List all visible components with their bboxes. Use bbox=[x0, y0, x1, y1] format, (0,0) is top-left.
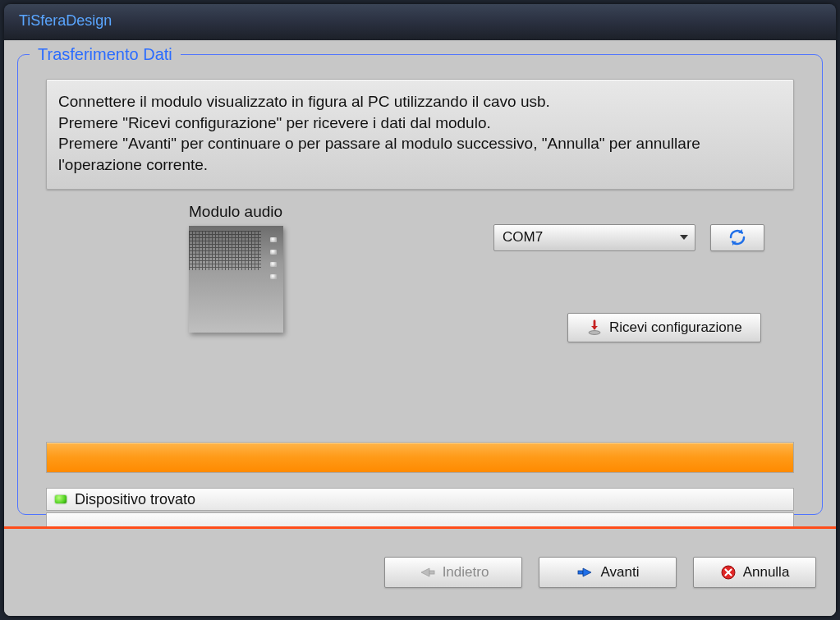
chevron-down-icon bbox=[680, 235, 688, 240]
status-text: Dispositivo trovato bbox=[75, 491, 195, 508]
svg-rect-1 bbox=[429, 571, 434, 574]
receive-row: Ricevi configurazione bbox=[567, 313, 761, 342]
receive-config-label: Ricevi configurazione bbox=[609, 319, 742, 336]
wizard-button-bar: Indietro Avanti Annulla bbox=[4, 529, 836, 616]
refresh-icon bbox=[728, 228, 747, 246]
back-label: Indietro bbox=[443, 564, 489, 581]
arrow-left-icon bbox=[418, 566, 436, 579]
status-led-icon bbox=[55, 495, 67, 503]
svg-rect-2 bbox=[578, 571, 583, 574]
port-row: COM7 bbox=[493, 224, 764, 251]
panel-legend: Trasferimento Dati bbox=[30, 45, 181, 64]
refresh-button[interactable] bbox=[710, 224, 764, 251]
arrow-right-icon bbox=[576, 566, 594, 579]
module-leds bbox=[270, 237, 277, 279]
com-port-value: COM7 bbox=[503, 229, 543, 246]
close-circle-icon bbox=[720, 564, 737, 581]
module-area: Modulo audio COM7 bbox=[46, 203, 794, 375]
client-area: Trasferimento Dati Connettere il modulo … bbox=[4, 40, 836, 616]
cancel-button[interactable]: Annulla bbox=[693, 557, 816, 588]
app-title: TiSferaDesign bbox=[19, 12, 112, 29]
back-button[interactable]: Indietro bbox=[384, 557, 522, 588]
download-icon bbox=[586, 319, 603, 336]
next-button[interactable]: Avanti bbox=[539, 557, 677, 588]
app-window: TiSferaDesign Trasferimento Dati Connett… bbox=[4, 4, 836, 616]
receive-config-button[interactable]: Ricevi configurazione bbox=[567, 313, 761, 342]
cancel-label: Annulla bbox=[743, 564, 790, 581]
status-row: Dispositivo trovato bbox=[46, 488, 794, 511]
module-thumbnail bbox=[189, 226, 283, 333]
module-label: Modulo audio bbox=[189, 203, 282, 221]
next-label: Avanti bbox=[601, 564, 640, 581]
transfer-panel: Trasferimento Dati Connettere il modulo … bbox=[17, 45, 823, 515]
instructions-text: Connettere il modulo visualizzato in fig… bbox=[46, 79, 794, 190]
titlebar: TiSferaDesign bbox=[4, 4, 836, 40]
svg-point-0 bbox=[589, 330, 600, 334]
com-port-select[interactable]: COM7 bbox=[493, 224, 695, 251]
progress-bar bbox=[46, 442, 794, 473]
